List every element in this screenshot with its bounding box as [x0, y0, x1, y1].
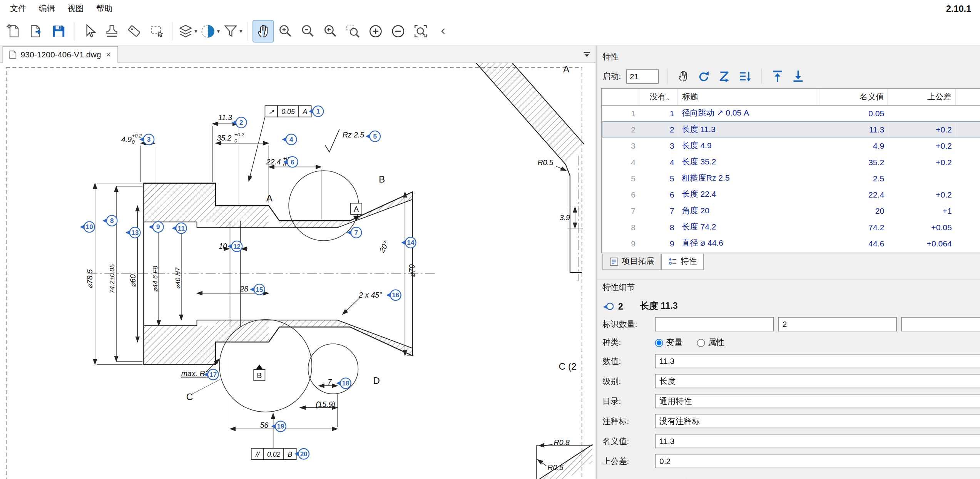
marquee-select-button[interactable]: [146, 20, 167, 42]
filter-button[interactable]: ▾: [222, 20, 243, 42]
zoom-window-button[interactable]: [343, 20, 364, 42]
column-header-title[interactable]: 标题: [678, 89, 819, 105]
tag-button[interactable]: [124, 20, 145, 42]
table-cell: 长度 22.4: [678, 186, 819, 203]
circle-plus-icon: [368, 23, 384, 39]
column-header-lower[interactable]: 下公差: [956, 89, 980, 105]
dropdown-arrow-icon[interactable]: ▾: [239, 28, 242, 34]
table-row[interactable]: 55粗糙度Rz 2.52.5: [602, 170, 980, 186]
dim-label: 28: [240, 285, 249, 293]
menu-edit[interactable]: 编辑: [32, 0, 61, 17]
svg-text:9: 9: [156, 223, 160, 231]
kind-radio-option[interactable]: 属性: [697, 337, 724, 348]
drawing-canvas[interactable]: ↗0.05A//0.02B AB 11.34.9+0.2035.2+0.20Rz…: [0, 63, 595, 479]
id-quantity-input[interactable]: [655, 317, 774, 331]
catalog-select[interactable]: 通用特性▾: [655, 394, 980, 408]
datum-triangles: [256, 216, 360, 369]
circle-minus-button[interactable]: [388, 20, 409, 42]
balloon-18[interactable]: 18: [336, 378, 351, 389]
kind-radio-input[interactable]: [655, 338, 663, 347]
balloon-12[interactable]: 12: [227, 241, 242, 252]
balloon-2[interactable]: 2: [232, 117, 246, 128]
column-header-nominal[interactable]: 名义值: [819, 89, 888, 105]
column-header-no[interactable]: 没有。: [639, 89, 678, 105]
balloon-11[interactable]: 11: [172, 223, 187, 234]
balloon-7[interactable]: 7: [347, 227, 361, 238]
move-top-button[interactable]: [770, 69, 786, 84]
balloon-13[interactable]: 13: [125, 227, 140, 238]
balloon-14[interactable]: 14: [401, 237, 416, 248]
kind-radio-input[interactable]: [697, 338, 705, 347]
document-tab-close-icon[interactable]: ×: [105, 50, 112, 59]
table-row[interactable]: 11径向跳动 ↗ 0.05 A0.05: [602, 105, 980, 121]
menu-help[interactable]: 帮助: [90, 0, 119, 17]
sort-list-button[interactable]: [737, 69, 753, 84]
dropdown-arrow-icon[interactable]: ▾: [217, 28, 220, 34]
dim-label: ⌀44.6 F8: [152, 266, 159, 292]
refresh-button[interactable]: [696, 69, 712, 84]
select-cursor-button[interactable]: [79, 20, 100, 42]
tab-project-expand[interactable]: 项目拓展: [602, 254, 661, 270]
open-document-button[interactable]: [26, 20, 47, 42]
renumber-z-button[interactable]: [717, 69, 732, 84]
balloon-16[interactable]: 16: [386, 290, 401, 301]
circle-plus-button[interactable]: [365, 20, 386, 42]
level-select[interactable]: 长度▾: [655, 374, 980, 388]
datum-letter: B: [257, 371, 262, 380]
layers-button[interactable]: ▾: [177, 20, 198, 42]
annotation-input[interactable]: [655, 414, 980, 428]
nominal-input[interactable]: [655, 434, 980, 448]
move-bottom-button[interactable]: [790, 69, 806, 84]
id-quantity-input[interactable]: [901, 317, 980, 331]
new-document-button[interactable]: [3, 20, 24, 42]
kind-radio-option[interactable]: 变量: [655, 337, 682, 348]
table-row[interactable]: 77角度 2020+1-1: [602, 203, 980, 219]
field-catalog: 目录:通用特性▾: [602, 394, 980, 408]
pan-hand-button[interactable]: [253, 20, 274, 42]
zoom-in-button[interactable]: [275, 20, 296, 42]
compare-half-button[interactable]: ▾: [199, 20, 221, 42]
menu-file[interactable]: 文件: [4, 0, 33, 17]
balloon-19[interactable]: 19: [271, 421, 286, 432]
zoom-out-button[interactable]: [298, 20, 319, 42]
table-row[interactable]: 99直径 ⌀ 44.644.6+0.064+0.025: [602, 235, 980, 251]
balloon-4[interactable]: 4: [282, 134, 296, 145]
balloon-8[interactable]: 8: [102, 215, 117, 226]
table-cell: 4: [639, 154, 678, 170]
gdt-frame-text: B: [288, 451, 292, 458]
zoom-previous-button[interactable]: [320, 20, 341, 42]
zoom-selection-button[interactable]: [410, 20, 431, 42]
balloon-5[interactable]: 5: [366, 131, 380, 142]
document-tab-title: 930-1200-406-V1.dwg: [21, 50, 101, 59]
view-label: C (2: [559, 361, 577, 372]
hand-small-button[interactable]: [676, 69, 691, 84]
dim-label: +0.2: [234, 132, 244, 137]
dropdown-arrow-icon[interactable]: ▾: [194, 28, 197, 34]
tab-list-button[interactable]: [580, 48, 593, 60]
chevron-left-small-button[interactable]: [433, 20, 454, 42]
id-quantity-input[interactable]: [778, 317, 897, 331]
balloon-9[interactable]: 9: [149, 222, 163, 233]
start-input[interactable]: [626, 69, 658, 83]
balloon-20[interactable]: 20: [294, 449, 309, 459]
menu-view[interactable]: 视图: [61, 0, 90, 17]
table-cell: +0.025: [956, 235, 980, 251]
document-tab[interactable]: 930-1200-406-V1.dwg ×: [2, 46, 118, 63]
drawing-viewport[interactable]: ↗0.05A//0.02B AB 11.34.9+0.2035.2+0.20Rz…: [0, 63, 595, 479]
table-row[interactable]: 66长度 22.422.4+0.20: [602, 186, 980, 203]
tab-properties[interactable]: 特性: [661, 254, 704, 270]
save-button[interactable]: [48, 20, 69, 42]
upper-tolerance-input[interactable]: [655, 454, 980, 468]
balloon-10[interactable]: 10: [80, 222, 95, 233]
table-cell: 6: [639, 186, 678, 203]
stamp-button[interactable]: [101, 20, 122, 42]
svg-text:3: 3: [147, 136, 151, 143]
table-row[interactable]: 44长度 35.235.2+0.20: [602, 154, 980, 170]
value-input[interactable]: [655, 354, 980, 368]
properties-table: 没有。 标题 名义值 上公差 下公差 11径向跳动 ↗ 0.05 A0.0522…: [601, 88, 980, 253]
svg-text:1: 1: [316, 108, 320, 115]
column-header-upper[interactable]: 上公差: [888, 89, 956, 105]
table-row[interactable]: 88长度 74.274.2+0.05-0.05: [602, 219, 980, 235]
table-row[interactable]: 33长度 4.94.9+0.20: [602, 137, 980, 154]
table-row[interactable]: 22长度 11.311.3+0.2-0.2: [602, 121, 980, 137]
